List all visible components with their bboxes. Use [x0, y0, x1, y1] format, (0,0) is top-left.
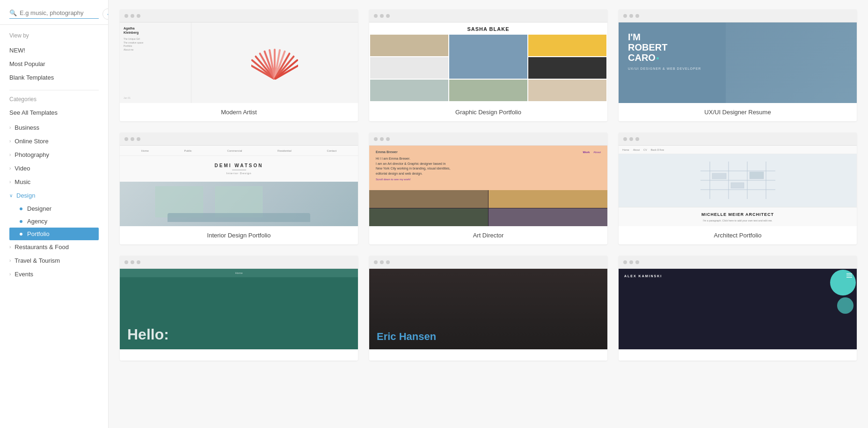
browser-dot: [629, 14, 633, 18]
eric-name-area: Eric Hansen: [377, 332, 436, 342]
dot-icon: [20, 233, 22, 236]
architect-content: HomeAboutCVBack D'Ane: [619, 146, 857, 226]
template-preview-eric: Eric Hansen: [369, 256, 607, 349]
couch-element: [168, 213, 310, 222]
sidebar-item-design[interactable]: ∨ Design: [9, 189, 99, 202]
sidebar-item-portfolio[interactable]: Portfolio: [9, 228, 99, 240]
browser-chrome: [369, 256, 607, 269]
art-director-top: Emma Brewer Work About Hi I I am Emma Br…: [369, 146, 607, 190]
browser-dot: [380, 137, 384, 141]
art-director-bottom: [369, 190, 607, 226]
art-director-nav: Work About: [583, 151, 601, 154]
search-icon: 🔍: [9, 9, 17, 16]
chevron-left-icon: ‹: [107, 11, 109, 17]
sidebar-item-travel[interactable]: › Travel & Tourism: [9, 254, 99, 267]
sidebar-item-business[interactable]: › Business: [9, 121, 99, 134]
browser-dot: [635, 260, 639, 264]
category-label-music: Music: [15, 178, 30, 185]
template-title-graphic-design: Graphic Design Portfolio: [369, 103, 607, 121]
subcategory-label-agency: Agency: [27, 218, 47, 225]
gd-cell-4: [370, 57, 448, 79]
browser-dot: [629, 260, 633, 264]
sidebar-item-video[interactable]: › Video: [9, 162, 99, 175]
svg-rect-21: [731, 183, 744, 188]
template-card-eric-hansen[interactable]: Eric Hansen: [369, 256, 607, 361]
svg-rect-22: [750, 172, 764, 179]
main-content: AgathaKleinberg The Unique Girl The crea…: [109, 0, 868, 428]
template-card-hello[interactable]: Home Hello:: [120, 256, 358, 361]
template-preview-ux-designer: I'MROBERTCARO UX/UI DESIGNER & WEB DEVEL…: [619, 9, 857, 103]
category-label-restaurants: Restaurants & Food: [15, 244, 69, 251]
collage-2: [489, 190, 607, 208]
collage-3: [369, 208, 488, 226]
dot-icon: [20, 220, 22, 223]
template-card-architect[interactable]: HomeAboutCVBack D'Ane: [619, 133, 857, 244]
robert-name-text: I'MROBERTCARO: [628, 32, 701, 63]
template-card-art-director[interactable]: Emma Brewer Work About Hi I I am Emma Br…: [369, 133, 607, 244]
sidebar-item-photography[interactable]: › Photography: [9, 148, 99, 162]
sidebar-item-restaurants[interactable]: › Restaurants & Food: [9, 240, 99, 254]
gd-cell-6: [370, 80, 448, 101]
portrait-bg: [726, 22, 857, 103]
design-subcategories: Designer Agency Portfolio: [9, 202, 99, 240]
michelle-name: MICHELLE MEIER ARCHITECT: [624, 212, 851, 217]
search-input[interactable]: [20, 9, 99, 16]
browser-dot: [386, 137, 390, 141]
sidebar-item-online-store[interactable]: › Online Store: [9, 134, 99, 148]
gd-cell-8: [528, 80, 606, 101]
nav-item-blank-templates[interactable]: Blank Templates: [9, 71, 99, 84]
interior-title-area: DEMI WATSON Interior Design: [120, 156, 358, 182]
fan-icon: [251, 39, 298, 86]
preview-content: AgathaKleinberg The Unique Girl The crea…: [120, 22, 358, 103]
template-card-modern-artist[interactable]: AgathaKleinberg The Unique Girl The crea…: [120, 9, 358, 121]
browser-chrome: [369, 9, 607, 22]
dot-icon: [20, 207, 22, 210]
category-label-travel: Travel & Tourism: [15, 257, 60, 264]
sidebar-item-events[interactable]: › Events: [9, 267, 99, 281]
browser-dot: [374, 14, 378, 18]
template-card-interior-design[interactable]: HomePublicCommercialResidentialContact D…: [120, 133, 358, 244]
preview-sidebar: AgathaKleinberg The Unique Girl The crea…: [120, 22, 191, 103]
subcategory-label-portfolio: Portfolio: [27, 230, 50, 237]
city-map-svg: [691, 157, 785, 204]
template-card-alex[interactable]: ALEX KAMINSKI: [619, 256, 857, 361]
template-preview-modern-artist: AgathaKleinberg The Unique Girl The crea…: [120, 9, 358, 103]
demi-name: DEMI WATSON: [215, 163, 263, 168]
category-label-design: Design: [16, 192, 35, 199]
browser-dot: [623, 137, 627, 141]
template-title-ux-designer: UX/UI Designer Resume: [619, 103, 857, 121]
sidebar-item-music[interactable]: › Music: [9, 175, 99, 189]
browser-chrome: [619, 133, 857, 146]
browser-dot: [623, 14, 627, 18]
divider-1: [9, 90, 99, 90]
chevron-right-icon: ›: [9, 139, 11, 144]
browser-dot: [124, 137, 128, 141]
michelle-sub: I'm a paragraph. Click here to add your …: [624, 219, 851, 222]
browser-dot: [374, 260, 378, 264]
eric-content: Eric Hansen: [369, 269, 607, 349]
chevron-right-icon: ›: [9, 152, 11, 157]
template-title-eric: [369, 349, 607, 361]
chevron-right-icon: ›: [9, 272, 11, 277]
template-preview-graphic-design: SASHA BLAKE: [369, 9, 607, 103]
template-preview-interior: HomePublicCommercialResidentialContact D…: [120, 133, 358, 226]
nav-item-new[interactable]: NEW!: [9, 44, 99, 57]
category-label-business: Business: [15, 124, 39, 131]
alex-content: ALEX KAMINSKI: [619, 269, 857, 349]
template-card-ux-designer[interactable]: I'MROBERTCARO UX/UI DESIGNER & WEB DEVEL…: [619, 9, 857, 121]
template-card-graphic-design[interactable]: SASHA BLAKE Graphic Design Portfolio: [369, 9, 607, 121]
artist-footer: Jan 01: [124, 96, 187, 99]
sidebar-item-agency[interactable]: Agency: [20, 215, 99, 228]
interior-content: HomePublicCommercialResidentialContact D…: [120, 146, 358, 226]
view-by-section: View by NEW! Most Popular Blank Template…: [0, 25, 108, 84]
chevron-right-icon: ›: [9, 244, 11, 250]
nav-item-most-popular[interactable]: Most Popular: [9, 57, 99, 71]
svg-rect-20: [712, 173, 726, 179]
category-label-online-store: Online Store: [15, 138, 48, 145]
artist-nav: The Unique Girl The creative space Portf…: [124, 37, 187, 52]
gd-cell-2: [449, 35, 527, 79]
template-title-architect: Architect Portfolio: [619, 226, 857, 244]
see-all-templates[interactable]: See All Templates: [9, 106, 99, 119]
templates-grid: AgathaKleinberg The Unique Girl The crea…: [120, 9, 857, 361]
sidebar-item-designer[interactable]: Designer: [20, 202, 99, 215]
